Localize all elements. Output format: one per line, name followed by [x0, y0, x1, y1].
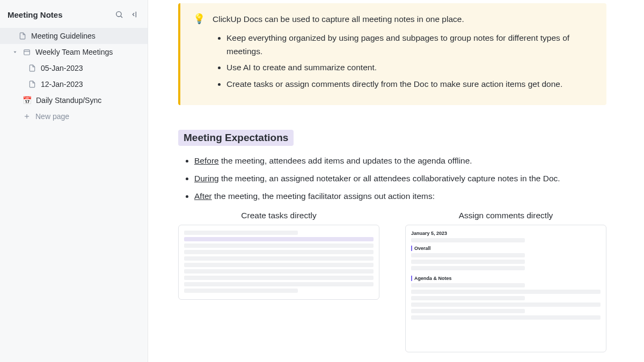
sidebar-item-label: 12-Jan-2023 [41, 80, 140, 88]
doc-icon [28, 64, 36, 72]
calendar-icon [23, 48, 31, 56]
new-page-button[interactable]: New page [0, 108, 148, 124]
thumb-title: Assign comments directly [405, 211, 606, 220]
expectations-list: Before the meeting, attendees add items … [178, 153, 606, 203]
sidebar: Meeting Notes Meeting Guidelines We [0, 0, 148, 362]
thumb-title: Create tasks directly [178, 211, 379, 220]
lightbulb-icon: 💡 [193, 13, 205, 94]
new-page-label: New page [35, 112, 140, 121]
chevron-down-icon[interactable] [12, 49, 18, 55]
svg-marker-3 [14, 51, 17, 53]
plus-icon [23, 113, 31, 120]
list-item: After the meeting, the meeting facilitat… [194, 189, 606, 203]
thumb-agenda: Agenda & Notes [411, 276, 601, 281]
sidebar-item-label: Meeting Guidelines [31, 32, 140, 40]
sidebar-item-label: Weekly Team Meetings [35, 48, 140, 56]
thumb-col-right: Assign comments directly January 5, 2023… [405, 211, 606, 352]
sidebar-item-guidelines[interactable]: Meeting Guidelines [0, 28, 148, 44]
callout-bullet: Create tasks or assign comments directly… [226, 78, 594, 91]
collapse-sidebar-icon[interactable] [130, 10, 140, 19]
svg-line-1 [121, 16, 122, 18]
callout-body: ClickUp Docs can be used to capture all … [213, 13, 594, 94]
thumbnail-assign-comments: January 5, 2023 Overall Agenda & Notes [405, 225, 606, 352]
main-content: 💡 ClickUp Docs can be used to capture al… [148, 0, 644, 362]
callout-bullet: Keep everything organized by using pages… [226, 32, 594, 58]
sidebar-item-label: 05-Jan-2023 [41, 64, 140, 72]
doc-icon [28, 80, 36, 88]
section-heading: Meeting Expectations [178, 130, 294, 146]
list-item: Before the meeting, attendees add items … [194, 153, 606, 168]
calendar-emoji-icon: 📅 [23, 96, 32, 105]
doc-icon [18, 32, 27, 40]
thumbnail-columns: Create tasks directly Assign comments di… [178, 211, 606, 352]
thumb-overall: Overall [411, 246, 601, 251]
sidebar-item-label: Daily Standup/Sync [36, 96, 140, 105]
sidebar-header: Meeting Notes [0, 10, 148, 28]
sidebar-title: Meeting Notes [8, 10, 63, 19]
callout-bullet: Use AI to create and summarize content. [226, 61, 594, 75]
sidebar-item-12jan[interactable]: 12-Jan-2023 [0, 76, 148, 92]
list-item: During the meeting, an assigned notetake… [194, 171, 606, 186]
sidebar-nav: Meeting Guidelines Weekly Team Meetings … [0, 28, 148, 124]
callout-intro: ClickUp Docs can be used to capture all … [213, 13, 594, 26]
thumb-date: January 5, 2023 [411, 231, 601, 236]
sidebar-item-standup[interactable]: 📅 Daily Standup/Sync [0, 92, 148, 108]
svg-rect-4 [24, 50, 30, 55]
callout-block: 💡 ClickUp Docs can be used to capture al… [178, 3, 606, 105]
sidebar-actions [114, 10, 140, 19]
svg-point-0 [116, 12, 121, 17]
thumbnail-create-tasks [178, 225, 379, 300]
sidebar-item-05jan[interactable]: 05-Jan-2023 [0, 60, 148, 76]
thumb-col-left: Create tasks directly [178, 211, 379, 352]
sidebar-item-weekly[interactable]: Weekly Team Meetings [0, 44, 148, 60]
search-icon[interactable] [114, 10, 124, 19]
